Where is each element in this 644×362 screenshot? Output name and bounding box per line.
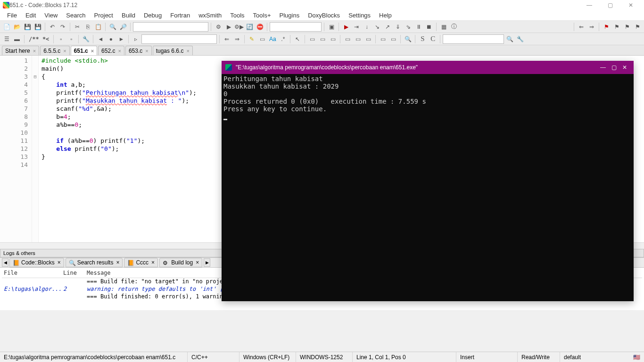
- debug-windows-icon[interactable]: ▦: [439, 22, 448, 32]
- jump-frame-icon[interactable]: ●: [106, 34, 116, 44]
- build-target-combo[interactable]: [133, 22, 208, 32]
- show-select-target-icon[interactable]: ▣: [327, 22, 336, 32]
- tab-start-here[interactable]: Start here×: [2, 46, 39, 55]
- box5-icon[interactable]: ▭: [353, 34, 363, 44]
- console-titlebar[interactable]: "E:\tugas\algoritma pemrograman\codebloc…: [222, 61, 634, 74]
- abort-icon[interactable]: ⛔: [255, 22, 264, 32]
- tab-651c[interactable]: 651.c×: [71, 46, 97, 55]
- box8-icon[interactable]: ▭: [388, 34, 398, 44]
- menu-plugins[interactable]: Plugins: [275, 11, 304, 20]
- search-options-icon[interactable]: 🔧: [515, 34, 525, 44]
- menu-doxyblocks[interactable]: DoxyBlocks: [304, 11, 344, 20]
- close-icon[interactable]: ×: [145, 48, 148, 54]
- bookmark-clear-icon[interactable]: ⚑: [633, 22, 642, 32]
- box4-icon[interactable]: ▭: [343, 34, 352, 44]
- console-window[interactable]: "E:\tugas\algoritma pemrograman\codebloc…: [222, 61, 634, 301]
- menu-fortran[interactable]: Fortran: [166, 11, 194, 20]
- regex-icon[interactable]: .*: [278, 34, 288, 44]
- open-file-icon[interactable]: 📂: [12, 22, 22, 32]
- stop-icon[interactable]: ⏹: [424, 22, 434, 32]
- break-icon[interactable]: ⏸: [414, 22, 423, 32]
- undo-icon[interactable]: ↶: [48, 22, 57, 32]
- search-combo[interactable]: [443, 34, 504, 44]
- target-combo[interactable]: [270, 22, 322, 32]
- tab-scroll-right-icon[interactable]: ▶: [204, 258, 210, 267]
- step-out-icon[interactable]: ↗: [383, 22, 392, 32]
- console-close-button[interactable]: ✕: [622, 64, 627, 71]
- box2-icon[interactable]: ▭: [318, 34, 327, 44]
- close-icon[interactable]: ×: [151, 259, 155, 266]
- close-icon[interactable]: ×: [63, 48, 66, 54]
- doxy-line-icon[interactable]: ▬: [12, 34, 22, 44]
- doxy-config-icon[interactable]: 🔧: [81, 34, 91, 44]
- info-icon[interactable]: ⓘ: [449, 22, 459, 32]
- menu-edit[interactable]: Edit: [21, 11, 40, 20]
- menu-view[interactable]: View: [40, 11, 62, 20]
- log-col-line[interactable]: Line: [63, 270, 87, 278]
- rebuild-icon[interactable]: 🔄: [245, 22, 254, 32]
- tab-655c[interactable]: 6.5.5.c×: [40, 46, 69, 55]
- new-file-icon[interactable]: 📄: [2, 22, 11, 32]
- bookmark-prev-icon[interactable]: ⚑: [612, 22, 621, 32]
- bookmark-flag-red-icon[interactable]: ⚑: [602, 22, 611, 32]
- console-minimize-button[interactable]: —: [600, 64, 606, 71]
- close-icon[interactable]: ×: [118, 48, 121, 54]
- zoom-icon[interactable]: 🔍: [403, 34, 413, 44]
- highlight-icon[interactable]: ✎: [247, 34, 256, 44]
- run-doxy-icon[interactable]: ▫: [56, 34, 66, 44]
- box3-icon[interactable]: ▭: [328, 34, 338, 44]
- menu-wxsmith[interactable]: wxSmith: [194, 11, 226, 20]
- step-instr-icon[interactable]: ⇘: [404, 22, 413, 32]
- back-arrow-icon[interactable]: ⇐: [222, 34, 231, 44]
- run-icon[interactable]: ▶: [224, 22, 233, 32]
- menu-build[interactable]: Build: [117, 11, 140, 20]
- close-icon[interactable]: ×: [91, 48, 94, 54]
- log-tab-codeblocks[interactable]: 📙Code::Blocks×: [9, 258, 64, 267]
- menu-file[interactable]: File: [3, 11, 21, 20]
- doxy-block-icon[interactable]: ☰: [2, 34, 11, 44]
- run-to-cursor-icon[interactable]: ⇥: [352, 22, 361, 32]
- fwd-arrow-icon[interactable]: ⇒: [232, 34, 242, 44]
- replace-icon[interactable]: 🔎: [118, 22, 128, 32]
- selection-icon[interactable]: ▭: [257, 34, 267, 44]
- menu-toolsplus[interactable]: Tools+: [249, 11, 275, 20]
- maximize-button[interactable]: ▢: [600, 0, 620, 10]
- nav-back-icon[interactable]: ⇐: [577, 22, 586, 32]
- menu-tools[interactable]: Tools: [226, 11, 248, 20]
- box6-icon[interactable]: ▭: [363, 34, 373, 44]
- redo-icon[interactable]: ↷: [58, 22, 67, 32]
- save-icon[interactable]: 💾: [23, 22, 32, 32]
- log-col-file[interactable]: File: [2, 270, 63, 278]
- menu-settings[interactable]: Settings: [344, 11, 375, 20]
- close-icon[interactable]: ×: [186, 48, 189, 54]
- tab-652c[interactable]: 652.c×: [98, 46, 124, 55]
- fold-minus-icon[interactable]: ⊟: [32, 73, 38, 81]
- menu-debug[interactable]: Debug: [140, 11, 166, 20]
- tab-653c[interactable]: 653.c×: [125, 46, 152, 55]
- jump-back-icon[interactable]: ◄: [96, 34, 105, 44]
- minimize-button[interactable]: —: [579, 0, 600, 10]
- menu-search[interactable]: Search: [62, 11, 90, 20]
- menu-help[interactable]: Help: [375, 11, 396, 20]
- console-body[interactable]: Perhitungan tahun kabisat Masukkan tahun…: [222, 74, 634, 301]
- log-tab-search[interactable]: 🔍Search results×: [66, 258, 123, 267]
- jump-combo[interactable]: [141, 34, 217, 44]
- console-maximize-button[interactable]: ▢: [611, 64, 617, 71]
- close-icon[interactable]: ×: [58, 259, 61, 266]
- doxy-html-icon[interactable]: ▫: [66, 34, 76, 44]
- close-icon[interactable]: ×: [116, 259, 119, 266]
- text-icon[interactable]: Aa: [268, 34, 277, 44]
- close-icon[interactable]: ×: [33, 48, 36, 54]
- menu-project[interactable]: Project: [90, 11, 117, 20]
- debug-run-icon[interactable]: ▶: [341, 22, 351, 32]
- tab-scroll-left-icon[interactable]: ◀: [2, 258, 8, 267]
- build-run-icon[interactable]: ⚙▶: [234, 22, 244, 32]
- build-icon[interactable]: ⚙: [214, 22, 223, 32]
- close-icon[interactable]: ×: [196, 259, 199, 266]
- letter-c-icon[interactable]: C: [428, 34, 438, 44]
- next-line-icon[interactable]: ↓: [362, 22, 372, 32]
- search-go-icon[interactable]: 🔍: [505, 34, 514, 44]
- paste-icon[interactable]: 📋: [93, 22, 103, 32]
- pointer-icon[interactable]: ↖: [293, 34, 302, 44]
- bookmark-next-icon[interactable]: ⚑: [622, 22, 632, 32]
